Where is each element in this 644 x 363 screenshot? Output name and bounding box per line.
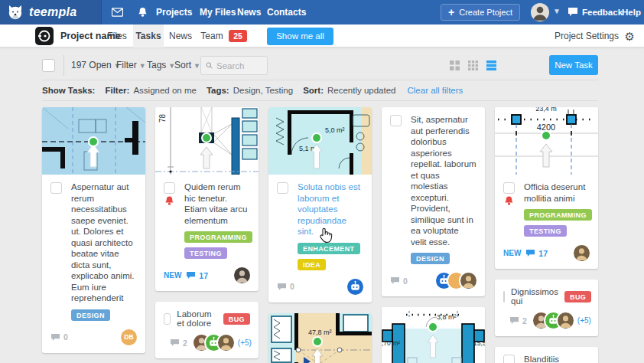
tab-team[interactable]: Team [200, 25, 224, 47]
task-checkbox[interactable] [164, 313, 171, 325]
task-card[interactable]: Sit, aspernatur aut perferendis doloribu… [382, 107, 485, 296]
task-checkbox[interactable] [277, 182, 288, 194]
task-title[interactable]: Quidem rerum hic tenetur. Etiam vitae ar… [184, 182, 250, 226]
task-title[interactable]: Blanditiis praesentium voluptatum deleni… [524, 354, 590, 363]
feedback-link[interactable]: Feedback [582, 0, 623, 25]
tag-testing[interactable]: TESTING [524, 225, 567, 237]
floorplan-thumbnail[interactable]: 3,8 m² ,70 m² 15,5 [382, 307, 485, 363]
comment-count[interactable]: 2 [509, 316, 527, 325]
project-settings-link[interactable]: Project Settings [555, 25, 619, 47]
feedback-icon[interactable] [568, 7, 578, 17]
tab-news[interactable]: News [168, 25, 193, 47]
tag-programming[interactable]: PROGRAMMING [524, 209, 592, 221]
open-tasks-dropdown[interactable]: 197 Open▼ [71, 60, 121, 70]
user-menu-caret-icon[interactable]: ▼ [553, 7, 561, 15]
tag-testing[interactable]: TESTING [184, 247, 227, 259]
tag-bug[interactable]: BUG [564, 291, 591, 302]
more-assignees[interactable]: (+5) [577, 316, 591, 325]
comment-count[interactable]: 17 [186, 271, 208, 280]
filter-dropdown[interactable]: Filter▼ [116, 60, 146, 70]
tag-design[interactable]: DESIGN [411, 253, 450, 264]
task-card[interactable]: 78 [155, 107, 259, 291]
avatar[interactable] [460, 273, 476, 289]
task-board: Aspernatur aut rerum necessitatibus saep… [42, 107, 598, 363]
nav-contacts[interactable]: Contacts [267, 0, 306, 25]
task-title[interactable]: Dignissimos qui [511, 287, 558, 306]
area-label: 47,8 m² [308, 329, 332, 336]
comment-count[interactable]: 0 [390, 276, 408, 286]
tab-files[interactable]: Files [106, 25, 128, 47]
nav-projects[interactable]: Projects [156, 0, 192, 25]
dimension-label: 23,4 m [535, 107, 557, 113]
tag-programming[interactable]: PROGRAMMING [184, 231, 252, 243]
avatar[interactable] [347, 279, 363, 295]
task-checkbox[interactable] [503, 355, 515, 363]
new-task-button[interactable]: New Task [549, 55, 598, 75]
create-project-button[interactable]: + Create Ptoject [441, 4, 520, 21]
tag-design[interactable]: DESIGN [71, 309, 110, 321]
task-checkbox[interactable] [503, 182, 515, 194]
chevron-down-icon: ▼ [194, 62, 200, 70]
dimension-label: 15,5 [473, 339, 485, 347]
dimension-label: 78 [158, 113, 167, 123]
floorplan-thumbnail[interactable]: 78 [155, 107, 259, 175]
comment-count[interactable]: 0 [50, 332, 68, 342]
bell-icon[interactable] [138, 7, 148, 18]
nav-my-files[interactable]: My Files [200, 0, 236, 25]
task-card[interactable]: 47,8 m² Est, omnis iste natus error sit … [268, 313, 372, 363]
logo[interactable]: teempla [0, 0, 102, 25]
notification-badge[interactable]: 25 [229, 30, 247, 42]
clear-all-filters-link[interactable]: Clear all filters [407, 86, 463, 95]
search-box[interactable] [200, 56, 268, 75]
floorplan-thumbnail[interactable]: 47,8 m² [268, 313, 372, 363]
floorplan-thumbnail[interactable]: 23,4 m 4200 [495, 107, 598, 175]
avatar[interactable] [218, 335, 234, 351]
view-grid-icon[interactable] [450, 60, 460, 70]
avatar[interactable]: DB [121, 329, 137, 345]
user-avatar[interactable] [531, 3, 549, 21]
tags-dropdown[interactable]: Tags▼ [147, 60, 175, 70]
select-all-checkbox[interactable] [42, 59, 55, 72]
avatar[interactable] [558, 312, 574, 329]
sort-dropdown[interactable]: Sort▼ [174, 60, 200, 70]
task-card[interactable]: 5,0 m² 5,1 m² Soluta nobis est laborum e… [268, 107, 372, 302]
task-title-hovered[interactable]: Soluta nobis est laborum et voluptates r… [298, 182, 363, 237]
task-checkbox[interactable] [164, 182, 175, 194]
tag-enhancement[interactable]: ENHACEMENT [298, 243, 360, 254]
teempla-dog-icon [7, 4, 24, 21]
floorplan-thumbnail[interactable] [42, 107, 145, 175]
tag-bug[interactable]: BUG [223, 313, 250, 325]
view-list-icon-active[interactable] [486, 60, 496, 70]
task-card[interactable]: 23,4 m 4200 [495, 107, 598, 269]
comment-count[interactable]: 0 [277, 282, 294, 291]
task-title[interactable]: Aspernatur aut rerum necessitatibus saep… [71, 182, 137, 304]
task-checkbox[interactable] [503, 291, 505, 302]
tag-idea[interactable]: IDEA [298, 259, 326, 270]
task-card[interactable]: Blanditiis praesentium voluptatum deleni… [495, 347, 598, 363]
more-assignees[interactable]: (+5) [238, 338, 252, 347]
task-card[interactable]: Laborum et dolore BUG 2 (+5) [155, 302, 259, 358]
task-title[interactable]: Officia deserunt mollitia animi [524, 182, 590, 204]
task-card[interactable]: 3,8 m² ,70 m² 15,5 Saepe eveniet, ut aut… [382, 307, 485, 363]
task-card[interactable]: Dignissimos qui BUG 2 (+5) [495, 280, 598, 336]
show-me-all-button[interactable]: Show me all [267, 28, 333, 45]
comment-count[interactable]: 2 [170, 338, 187, 348]
project-icon[interactable] [35, 27, 54, 45]
floorplan-thumbnail[interactable]: 5,0 m² 5,1 m² [268, 107, 372, 175]
task-checkbox[interactable] [50, 182, 62, 194]
mail-icon[interactable] [112, 7, 123, 18]
dimension-label: ,70 m² [382, 339, 400, 347]
task-title[interactable]: Sit, aspernatur aut perferendis doloribu… [411, 114, 476, 247]
comment-count[interactable]: 17 [525, 249, 548, 258]
nav-news[interactable]: News [237, 0, 261, 25]
task-card[interactable]: Aspernatur aut rerum necessitatibus saep… [42, 107, 145, 353]
avatar[interactable] [234, 267, 250, 283]
help-link[interactable]: Help [622, 0, 641, 25]
task-checkbox[interactable] [390, 115, 402, 126]
view-small-grid-icon[interactable] [468, 60, 478, 70]
avatar[interactable] [574, 245, 590, 261]
search-input[interactable] [216, 61, 262, 70]
gear-icon[interactable]: ⚙ [625, 25, 635, 48]
task-title[interactable]: Laborum et dolore [177, 309, 216, 328]
tab-tasks[interactable]: Tasks [133, 25, 164, 47]
